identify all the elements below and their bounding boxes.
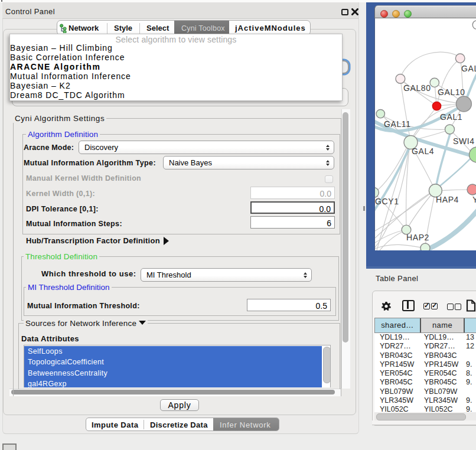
svg-text:GAL1: GAL1: [440, 112, 462, 122]
svg-text:HAP4: HAP4: [436, 195, 459, 204]
svg-text:GAL: GAL: [461, 64, 476, 73]
svg-text:GAL4: GAL4: [412, 146, 434, 156]
svg-text:GAL80: GAL80: [403, 83, 431, 93]
svg-text:HAP2: HAP2: [406, 233, 429, 242]
svg-text:GCY1: GCY1: [375, 197, 399, 206]
svg-text:Y: Y: [472, 195, 476, 204]
svg-text:GAL11: GAL11: [384, 119, 411, 129]
svg-text:SWI4: SWI4: [453, 136, 475, 146]
svg-text:GAL10: GAL10: [438, 87, 465, 97]
